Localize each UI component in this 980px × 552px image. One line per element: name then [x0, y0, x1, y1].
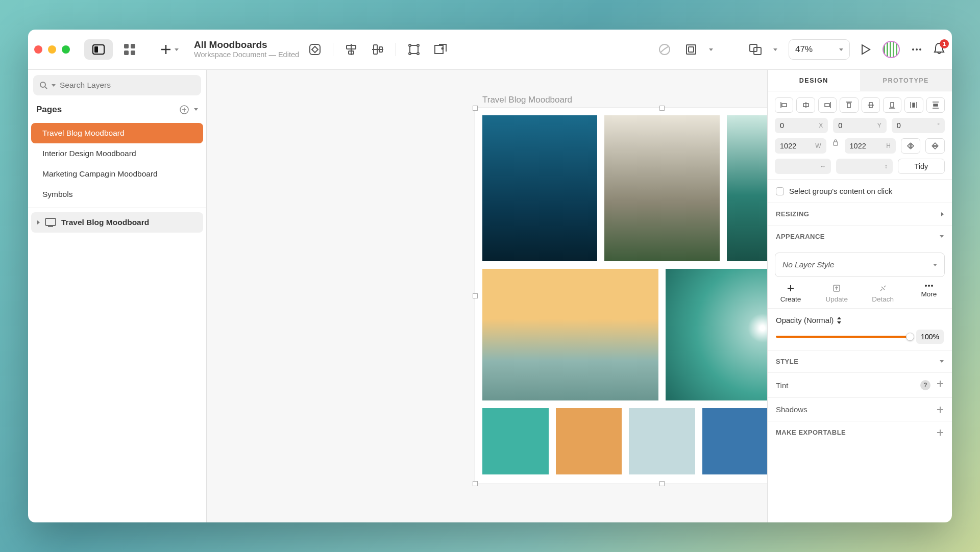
alignment-row	[768, 91, 952, 118]
svg-rect-35	[45, 218, 56, 225]
svg-rect-44	[847, 103, 850, 108]
group-tool[interactable]	[405, 41, 423, 58]
vspacing-field[interactable]: ↕	[836, 159, 892, 174]
search-field[interactable]	[60, 81, 195, 90]
color-tool[interactable]	[656, 41, 673, 58]
layer-root[interactable]: Travel Blog Moodboard	[31, 212, 203, 233]
artboard[interactable]	[475, 108, 767, 484]
tint-row[interactable]: Tint ?	[768, 373, 952, 398]
plus-icon[interactable]	[937, 406, 944, 413]
tab-design[interactable]: DESIGN	[768, 70, 860, 91]
align-bottom-button[interactable]	[883, 97, 901, 113]
canvas[interactable]: Travel Blog Moodboard	[207, 70, 767, 522]
rotation-field[interactable]: 0°	[892, 118, 945, 133]
distribute-v-button[interactable]	[926, 97, 945, 113]
align-top-button[interactable]	[840, 97, 858, 113]
chevron-down-icon[interactable]	[709, 48, 713, 51]
insert-button[interactable]	[160, 44, 179, 55]
create-style-button[interactable]: Create	[768, 284, 814, 303]
tidy-button[interactable]: Tidy	[898, 159, 945, 174]
right-tools: 1	[857, 41, 945, 58]
opacity-slider[interactable]	[776, 336, 910, 338]
resize-handle[interactable]	[473, 293, 478, 298]
close-icon[interactable]	[34, 45, 42, 54]
width-field[interactable]: 1022W	[775, 138, 826, 154]
height-field[interactable]: 1022H	[845, 138, 896, 154]
style-header[interactable]: STYLE	[768, 350, 952, 373]
chevron-down-icon	[940, 360, 944, 363]
zoom-select[interactable]: 47%	[789, 39, 850, 60]
opacity-label[interactable]: Opacity (Normal)	[776, 316, 944, 324]
tab-prototype[interactable]: PROTOTYPE	[860, 70, 952, 91]
y-field[interactable]: 0Y	[833, 118, 886, 133]
color-swatch[interactable]	[629, 408, 695, 474]
opacity-value[interactable]: 100%	[916, 330, 944, 344]
resize-handle[interactable]	[659, 481, 665, 486]
mood-image[interactable]	[482, 115, 597, 261]
chevron-down-icon[interactable]	[194, 108, 198, 111]
plus-icon[interactable]	[937, 380, 944, 387]
page-item-travel[interactable]: Travel Blog Moodboard	[31, 123, 203, 143]
color-swatch[interactable]	[702, 408, 767, 474]
flip-v-button[interactable]	[925, 138, 945, 154]
grid-view-button[interactable]	[115, 39, 144, 60]
distribute-h-button[interactable]	[904, 97, 923, 113]
hspacing-field[interactable]: ↔	[775, 159, 831, 174]
make-symbol-tool[interactable]	[432, 41, 449, 58]
checkbox[interactable]	[776, 187, 784, 195]
resize-handle[interactable]	[473, 106, 478, 111]
shadows-row[interactable]: Shadows	[768, 398, 952, 421]
svg-point-28	[916, 48, 918, 51]
page-item-marketing[interactable]: Marketing Campagin Moodboard	[31, 164, 203, 184]
frame-tool[interactable]	[682, 41, 700, 58]
layers-view-button[interactable]	[84, 39, 113, 60]
resize-handle[interactable]	[473, 481, 478, 486]
align-horizontal-tool[interactable]	[342, 41, 360, 58]
chevron-down-icon[interactable]	[773, 48, 777, 51]
svg-rect-54	[934, 104, 938, 106]
boolean-tool[interactable]	[747, 41, 764, 58]
align-vcenter-button[interactable]	[862, 97, 880, 113]
mood-image[interactable]	[727, 115, 767, 261]
update-style-button[interactable]: Update	[814, 284, 860, 303]
lock-icon[interactable]	[831, 138, 840, 146]
flip-h-button[interactable]	[901, 138, 920, 154]
resize-handle[interactable]	[659, 106, 665, 111]
page-item-interior[interactable]: Interior Design Moodboard	[31, 143, 203, 164]
help-icon[interactable]: ?	[920, 380, 930, 390]
symbol-tool[interactable]	[306, 41, 324, 58]
mood-image[interactable]	[482, 269, 658, 400]
page-item-symbols[interactable]: Symbols	[31, 184, 203, 205]
color-swatch[interactable]	[556, 408, 622, 474]
exportable-row[interactable]: MAKE EXPORTABLE	[768, 421, 952, 443]
detach-style-button[interactable]: Detach	[860, 284, 906, 303]
x-field[interactable]: 0X	[775, 118, 828, 133]
align-vertical-tool[interactable]	[369, 41, 386, 58]
artboard-label[interactable]: Travel Blog Moodboard	[482, 95, 572, 105]
svg-point-60	[928, 285, 930, 287]
align-right-button[interactable]	[818, 97, 837, 113]
more-style-button[interactable]: More	[906, 284, 952, 303]
chevron-down-icon	[839, 48, 843, 51]
select-group-contents-row[interactable]: Select group's content on click	[768, 179, 952, 203]
plus-icon[interactable]	[937, 429, 944, 436]
maximize-icon[interactable]	[62, 45, 70, 54]
more-button[interactable]	[908, 41, 925, 58]
align-hcenter-button[interactable]	[796, 97, 815, 113]
resizing-header[interactable]: RESIZING	[768, 203, 952, 225]
layer-style-select[interactable]: No Layer Style	[775, 253, 945, 277]
mood-image[interactable]	[666, 269, 767, 400]
user-avatar[interactable]	[883, 41, 900, 58]
search-input[interactable]	[33, 75, 201, 95]
slider-thumb[interactable]	[906, 333, 914, 341]
minimize-icon[interactable]	[48, 45, 56, 54]
add-page-icon[interactable]	[180, 105, 189, 114]
notifications-button[interactable]: 1	[934, 42, 945, 57]
color-swatch[interactable]	[482, 408, 549, 474]
chevron-down-icon	[933, 264, 937, 266]
align-left-button[interactable]	[775, 97, 793, 113]
play-button[interactable]	[857, 41, 874, 58]
appearance-header[interactable]: APPEARANCE	[768, 225, 952, 247]
mood-image[interactable]	[604, 115, 719, 261]
layer-root-label: Travel Blog Moodboard	[61, 218, 149, 227]
